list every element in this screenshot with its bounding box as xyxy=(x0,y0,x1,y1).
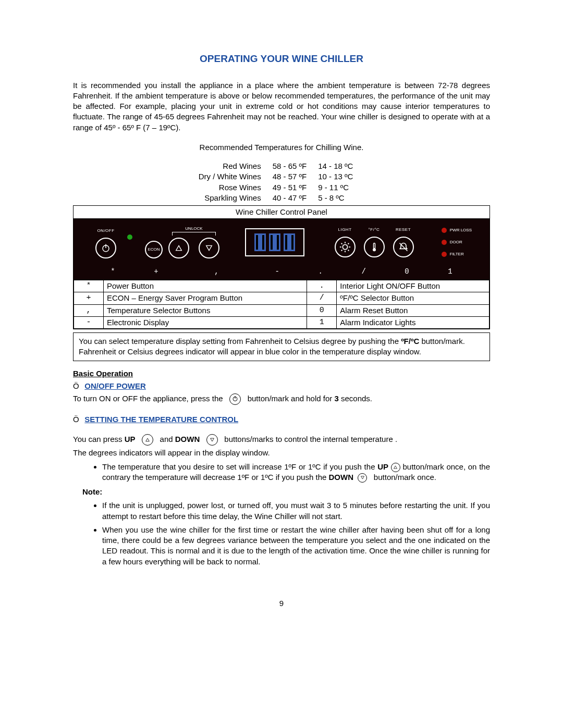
temp-up-button xyxy=(168,238,189,258)
electronic-display xyxy=(245,228,304,256)
recommended-temperatures-table: Red Wines58 - 65 ºF14 - 18 ºC Dry / Whit… xyxy=(199,161,365,203)
triangle-up-icon xyxy=(391,463,400,472)
svg-point-12 xyxy=(373,249,376,252)
setting-temp-heading: SETTING THE TEMPERATURE CONTROL xyxy=(84,415,238,424)
intro-paragraph: It is recommended you install the applia… xyxy=(73,80,490,133)
led-red-icon xyxy=(442,228,447,233)
label-unlock: UNLOCK xyxy=(172,226,216,232)
note-heading: Note: xyxy=(82,487,102,496)
note-bullet-list: If the unit is unplugged, power lost, or… xyxy=(73,500,490,567)
control-panel-box: Wine Chiller Control Panel ON/OFF ECON xyxy=(73,205,490,329)
svg-line-7 xyxy=(341,243,342,244)
svg-line-8 xyxy=(348,250,349,251)
triangle-up-icon xyxy=(142,434,153,446)
power-button xyxy=(95,238,116,258)
setting-temp-line1: You can press UP and DOWN buttons/marks … xyxy=(73,434,490,446)
label-light: LIGHT xyxy=(338,227,351,233)
panel-caption: Wine Chiller Control Panel xyxy=(74,206,489,219)
triangle-up-icon xyxy=(175,244,183,252)
label-reset: RESET xyxy=(396,227,411,233)
temp-down-button xyxy=(199,238,219,258)
svg-rect-11 xyxy=(373,243,375,249)
page-number: 9 xyxy=(73,598,490,609)
onoff-instruction: To turn ON or OFF the appliance, press t… xyxy=(73,393,490,405)
econ-button: ECON xyxy=(145,241,163,258)
triangle-down-icon xyxy=(206,434,218,446)
svg-line-10 xyxy=(348,243,349,244)
triangle-down-icon xyxy=(358,473,367,483)
triangle-down-icon xyxy=(205,244,213,252)
led-red-icon xyxy=(442,240,447,245)
setting-temp-line2: The degrees indicators will appear in th… xyxy=(73,448,490,458)
svg-line-9 xyxy=(341,250,342,251)
reset-button xyxy=(393,237,414,257)
thermometer-icon xyxy=(370,242,379,252)
temp-bullet-list: The temperature that you desire to set w… xyxy=(73,462,490,483)
led-green-icon xyxy=(127,235,132,240)
alarm-off-icon xyxy=(398,242,409,252)
page-title: OPERATING YOUR WINE CHILLER xyxy=(73,52,490,66)
light-button xyxy=(335,237,356,257)
label-onoff: ON/OFF xyxy=(97,228,114,235)
basic-operation-heading: Basic Operation xyxy=(73,368,490,379)
onoff-heading: ON/OFF POWER xyxy=(84,381,146,390)
label-fc: °F/°C xyxy=(369,227,380,233)
alarm-indicator-lights: PWR LOSS DOOR FILTER xyxy=(442,228,472,257)
fc-button xyxy=(364,237,385,257)
light-icon xyxy=(339,241,351,253)
legend-table: *Power Button .Interior Light ON/OFF But… xyxy=(74,280,489,329)
marker-row: * + , - . / 0 1 xyxy=(91,264,472,277)
power-icon xyxy=(229,393,241,405)
power-icon xyxy=(101,243,111,253)
led-red-icon xyxy=(442,252,447,257)
fc-note-box: You can select temperature display setti… xyxy=(73,332,490,361)
svg-point-2 xyxy=(342,245,347,250)
control-panel-illustration: ON/OFF ECON UNLOCK xyxy=(74,219,489,280)
temps-caption: Recommended Temperatures for Chilling Wi… xyxy=(73,142,490,153)
